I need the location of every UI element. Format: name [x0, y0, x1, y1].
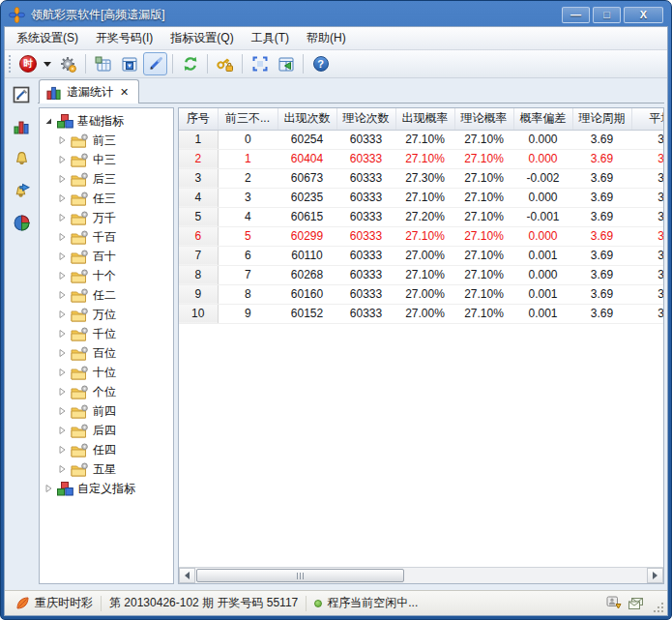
column-header[interactable]: 出现次数: [278, 108, 336, 130]
collapsed-arrow-icon[interactable]: [57, 174, 67, 184]
help-button[interactable]: ?: [308, 52, 333, 75]
resize-grip[interactable]: [652, 601, 664, 613]
plan-filter-button[interactable]: [10, 84, 33, 105]
tree-child-item[interactable]: 万千: [40, 208, 173, 227]
scroll-track[interactable]: [195, 568, 647, 583]
collapsed-arrow-icon[interactable]: [57, 310, 67, 319]
collapsed-arrow-icon[interactable]: [57, 213, 67, 222]
collapsed-arrow-icon[interactable]: [57, 155, 67, 164]
collapsed-arrow-icon[interactable]: [57, 406, 67, 416]
scroll-right-button[interactable]: [647, 568, 663, 583]
tree-child-item[interactable]: 任三: [40, 189, 173, 208]
pen-tool-button[interactable]: [143, 52, 167, 75]
tree-child-item[interactable]: 十位: [40, 363, 173, 382]
tree-child-item[interactable]: 百位: [40, 343, 173, 363]
tab-omission-statistics[interactable]: 遗漏统计 ✕: [39, 79, 139, 103]
tree-child-item[interactable]: 后三: [40, 169, 173, 189]
settings-button[interactable]: [56, 52, 80, 75]
table-cell: 27.10%: [395, 226, 454, 246]
collapsed-arrow-icon[interactable]: [57, 329, 67, 339]
tree-child-item[interactable]: 万位: [40, 305, 173, 324]
tree-child-item[interactable]: 十个: [40, 266, 173, 285]
table-row[interactable]: 98601606033327.00%27.10%0.0013.693: [179, 284, 663, 304]
collapsed-arrow-icon[interactable]: [44, 484, 53, 493]
horizontal-scrollbar[interactable]: [179, 567, 663, 583]
tree-child-item[interactable]: 任二: [40, 285, 173, 305]
menu-item[interactable]: 系统设置(S): [8, 27, 87, 49]
tree-child-item[interactable]: 前三: [40, 131, 173, 150]
expanded-arrow-icon[interactable]: [44, 116, 53, 126]
table-cell: 0.001: [513, 304, 572, 323]
menu-item[interactable]: 指标设置(Q): [161, 27, 242, 49]
table-row[interactable]: 87602686033327.10%27.10%0.0003.693: [179, 265, 663, 284]
table-row[interactable]: 43602356033327.10%27.10%0.0003.693: [179, 188, 663, 207]
tab-close-icon[interactable]: ✕: [119, 86, 130, 99]
license-key-button[interactable]: [213, 52, 237, 75]
collapsed-arrow-icon[interactable]: [57, 290, 67, 300]
table-row[interactable]: 54606156033327.20%27.10%-0.0013.693: [179, 207, 663, 226]
pie-chart-button[interactable]: [10, 212, 33, 233]
table-row[interactable]: 10602546033327.10%27.10%0.0003.693: [179, 130, 663, 149]
column-header[interactable]: 理论周期: [572, 108, 631, 130]
menu-item[interactable]: 开奖号码(I): [87, 27, 161, 49]
collapsed-arrow-icon[interactable]: [57, 464, 67, 474]
alarm-button[interactable]: [10, 148, 33, 169]
collapsed-arrow-icon[interactable]: [57, 135, 67, 145]
tree-item-label: 千位: [93, 326, 116, 342]
collapsed-arrow-icon[interactable]: [57, 445, 67, 455]
table-row[interactable]: 76601106033327.00%27.10%0.0013.693: [179, 246, 663, 265]
collapsed-arrow-icon[interactable]: [57, 251, 67, 261]
tree-child-item[interactable]: 个位: [40, 382, 173, 401]
table-row[interactable]: 32606736033327.30%27.10%-0.0023.693: [179, 168, 663, 188]
collapsed-arrow-icon[interactable]: [57, 387, 67, 397]
table-row[interactable]: 109601526033327.00%27.10%0.0013.693: [179, 304, 663, 323]
maximize-button[interactable]: □: [593, 7, 621, 23]
column-header[interactable]: 理论次数: [336, 108, 395, 130]
alarm-forward-button[interactable]: [10, 180, 33, 201]
tree-child-item[interactable]: 中三: [40, 150, 173, 169]
column-header[interactable]: 概率偏差: [513, 108, 572, 130]
scroll-thumb[interactable]: [196, 569, 404, 582]
tree-child-item[interactable]: 百十: [40, 247, 173, 266]
table-grid-button[interactable]: [91, 52, 115, 75]
update-icon[interactable]: [606, 596, 622, 610]
column-header[interactable]: 序号: [179, 108, 218, 130]
tree-child-item[interactable]: 任四: [40, 440, 173, 459]
column-header[interactable]: 理论概率: [454, 108, 513, 130]
table-download-button[interactable]: [117, 52, 141, 75]
folder-gear-icon: [71, 269, 89, 283]
tree-child-item[interactable]: 五星: [40, 459, 173, 479]
collapsed-arrow-icon[interactable]: [57, 271, 67, 280]
menu-item[interactable]: 帮助(H): [298, 27, 355, 49]
collapsed-arrow-icon[interactable]: [57, 348, 67, 358]
column-header[interactable]: 前三不...: [218, 108, 278, 130]
column-header[interactable]: 平均: [631, 108, 663, 130]
tree-child-item[interactable]: 千位: [40, 324, 173, 343]
time-selector-dropdown[interactable]: [41, 52, 54, 75]
tree-child-item[interactable]: 后四: [40, 421, 173, 440]
collapsed-arrow-icon[interactable]: [57, 426, 67, 435]
time-selector-button[interactable]: 时: [17, 52, 39, 75]
stats-chart-button[interactable]: [10, 116, 33, 137]
toolbar-grip[interactable]: [9, 55, 12, 73]
tree-child-item[interactable]: 前四: [40, 401, 173, 421]
close-button[interactable]: X: [624, 7, 663, 23]
scroll-left-button[interactable]: [179, 568, 195, 583]
table-cell: 3.69: [572, 207, 631, 226]
menu-item[interactable]: 工具(T): [243, 27, 298, 49]
table-cell: 60333: [336, 226, 395, 246]
tree-root-item[interactable]: 基础指标: [40, 111, 173, 131]
table-row[interactable]: 65602996033327.10%27.10%0.0003.693: [179, 226, 663, 246]
table-row[interactable]: 21604046033327.10%27.10%0.0003.693: [179, 149, 663, 168]
refresh-button[interactable]: [178, 52, 202, 75]
column-header[interactable]: 出现概率: [395, 108, 454, 130]
collapsed-arrow-icon[interactable]: [57, 193, 67, 203]
messages-icon[interactable]: [628, 597, 644, 610]
table-import-button[interactable]: [274, 52, 298, 75]
tree-child-item[interactable]: 千百: [40, 227, 173, 247]
tree-root-item[interactable]: 自定义指标: [40, 479, 173, 498]
minimize-button[interactable]: —: [562, 7, 590, 23]
collapsed-arrow-icon[interactable]: [57, 232, 67, 242]
collapsed-arrow-icon[interactable]: [57, 368, 67, 377]
fullscreen-button[interactable]: [248, 52, 272, 75]
